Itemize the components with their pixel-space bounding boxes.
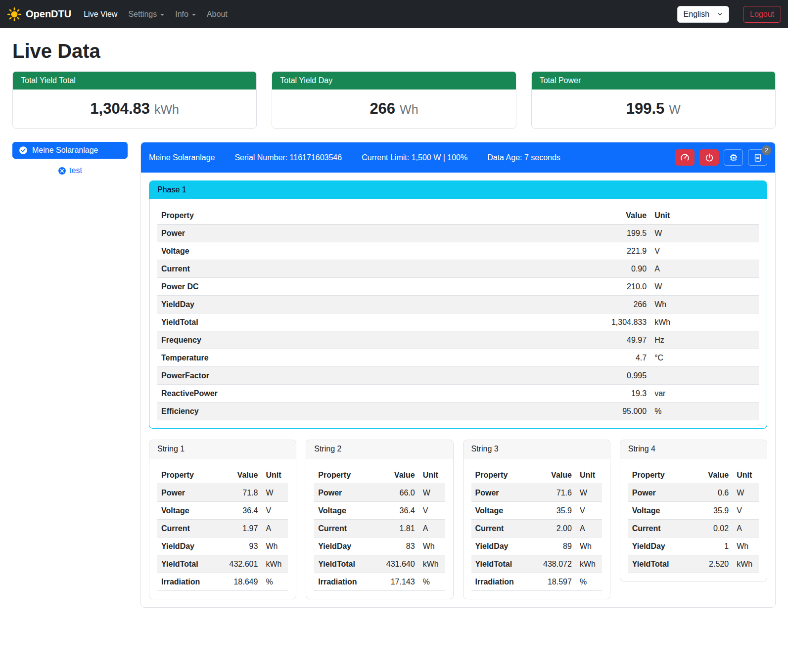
cell-property: YieldDay (157, 296, 566, 314)
test-link[interactable]: test (69, 166, 82, 175)
cell-value: 49.97 (566, 331, 650, 349)
device-info-button[interactable] (724, 149, 743, 166)
cell-unit: kWh (733, 555, 759, 573)
cell-value: 432.601 (218, 555, 262, 573)
cell-unit (650, 367, 759, 385)
cell-unit: A (733, 520, 759, 538)
string-card-title: String 1 (149, 440, 296, 458)
string-table: Property Value Unit Power71.8W Voltage36… (157, 466, 288, 591)
col-property: Property (157, 466, 218, 484)
cell-value: 0.02 (688, 520, 733, 538)
cell-property: ReactivePower (157, 385, 566, 403)
col-unit: Unit (262, 466, 288, 484)
cell-unit: A (262, 520, 288, 538)
cell-property: Current (157, 520, 218, 538)
table-row: YieldTotal1,304.833kWh (157, 314, 759, 331)
cell-value: 0.995 (566, 367, 650, 385)
cell-value: 431.640 (374, 555, 419, 573)
cell-property: YieldTotal (157, 314, 566, 331)
cell-property: Current (471, 520, 532, 538)
inverter-panel-header: Meine Solaranlage Serial Number: 1161716… (141, 142, 775, 173)
cell-value: 266 (566, 296, 650, 314)
serial-number: Serial Number: 116171603546 (234, 153, 342, 162)
cell-value: 83 (374, 538, 419, 555)
cell-value: 19.3 (566, 385, 650, 403)
table-row: YieldDay89Wh (471, 538, 602, 555)
cell-unit: V (262, 502, 288, 520)
cell-property: YieldDay (628, 538, 689, 555)
power-icon (705, 153, 714, 162)
graph-series-toggle: test (12, 166, 128, 175)
navbar: OpenDTU Live View Settings Info About En… (0, 0, 788, 28)
cell-value: 1,304.833 (566, 314, 650, 331)
cell-unit: W (650, 224, 759, 242)
brand-link[interactable]: OpenDTU (7, 7, 71, 22)
table-row: Power71.6W (471, 484, 602, 502)
cell-unit: W (650, 278, 759, 296)
string-card-3: String 3 Property Value Unit (463, 440, 610, 599)
table-row: Irradiation18.649% (157, 573, 288, 591)
card-title: Total Yield Day (272, 72, 515, 90)
string-card-title: String 4 (620, 440, 767, 458)
table-row: YieldDay266Wh (157, 296, 759, 314)
cell-unit: V (576, 502, 602, 520)
cell-unit: Wh (576, 538, 602, 555)
cell-value: 1 (688, 538, 733, 555)
table-row: YieldDay93Wh (157, 538, 288, 555)
nav-settings[interactable]: Settings (123, 6, 170, 23)
table-row: Voltage35.9V (628, 502, 759, 520)
cell-value: 0.6 (688, 484, 733, 502)
cell-value: 71.8 (218, 484, 262, 502)
nav-info[interactable]: Info (170, 6, 201, 23)
cell-value: 199.5 (566, 224, 650, 242)
summary-cards-row: Total Yield Total 1,304.83 kWh Total Yie… (12, 71, 776, 129)
cell-value: 36.4 (374, 502, 419, 520)
power-toggle-button[interactable] (699, 149, 719, 166)
cell-property: Irradiation (314, 573, 374, 591)
cell-property: Voltage (314, 502, 374, 520)
logout-button[interactable]: Logout (743, 6, 781, 23)
cell-value: 1.97 (218, 520, 262, 538)
cell-value: 2.520 (688, 555, 733, 573)
language-select[interactable]: English (677, 6, 729, 23)
inverter-select-button[interactable]: Meine Solaranlage (12, 142, 128, 159)
cell-unit: % (262, 573, 288, 591)
cell-property: Power (157, 484, 218, 502)
cell-property: YieldTotal (314, 555, 374, 573)
cell-property: Frequency (157, 331, 566, 349)
cell-value: 18.649 (218, 573, 262, 591)
x-circle-icon[interactable] (58, 167, 66, 175)
nav-live-view[interactable]: Live View (78, 6, 123, 23)
table-row: Voltage35.9V (471, 502, 602, 520)
col-property: Property (157, 207, 566, 224)
cell-unit: A (419, 520, 445, 538)
table-row: PowerFactor0.995 (157, 367, 759, 385)
gauge-icon (680, 153, 690, 162)
cell-unit: A (576, 520, 602, 538)
event-log-button[interactable]: 2 (748, 149, 767, 166)
page-content: Live Data Total Yield Total 1,304.83 kWh… (0, 28, 788, 620)
cell-value: 4.7 (566, 349, 650, 367)
cell-value: 36.4 (218, 502, 262, 520)
language-value: English (684, 10, 709, 19)
cell-property: Temperature (157, 349, 566, 367)
limit-settings-button[interactable] (675, 149, 695, 166)
cell-unit: kWh (650, 314, 759, 331)
cell-value: 89 (531, 538, 576, 555)
table-row: YieldDay83Wh (314, 538, 445, 555)
table-row: YieldTotal438.072kWh (471, 555, 602, 573)
cpu-icon (729, 153, 738, 162)
cell-property: YieldTotal (628, 555, 689, 573)
inverter-sidebar: Meine Solaranlage test (12, 142, 128, 175)
table-row: Power DC210.0W (157, 278, 759, 296)
col-value: Value (566, 207, 650, 224)
inverter-panel: Meine Solaranlage Serial Number: 1161716… (140, 142, 776, 608)
nav-about[interactable]: About (201, 6, 233, 23)
table-row: Current0.90A (157, 260, 759, 278)
panel-actions: 2 (675, 149, 767, 166)
table-row: Current2.00A (471, 520, 602, 538)
current-limit: Current Limit: 1,500 W | 100% (362, 153, 467, 162)
table-row: Current1.81A (314, 520, 445, 538)
table-row: Voltage221.9V (157, 242, 759, 260)
col-value: Value (531, 466, 576, 484)
